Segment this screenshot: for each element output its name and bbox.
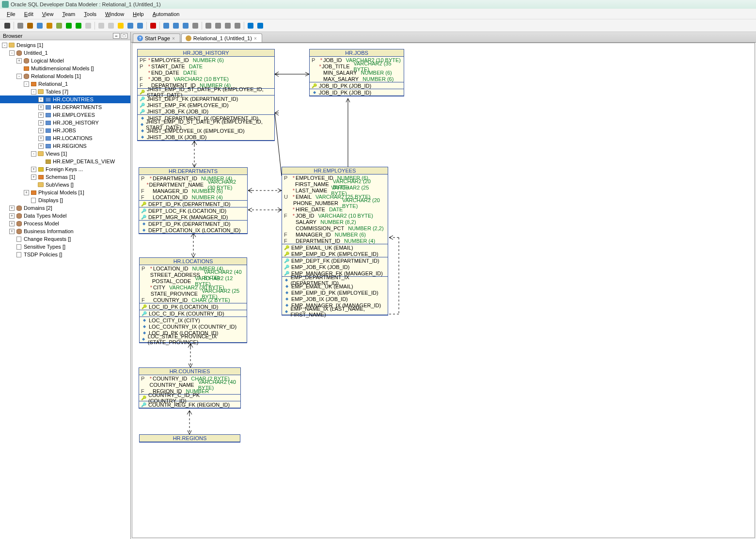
- browser-tree[interactable]: -Designs [1]-Untitled_1+Logical ModelMul…: [0, 40, 130, 539]
- idx-row[interactable]: EMP_NAME_IX (LAST_NAME, FIRST_NAME): [282, 308, 388, 315]
- idx-row[interactable]: LOC_COUNTRY_IX (COUNTRY_ID): [140, 323, 247, 330]
- idx-row[interactable]: DEPT_LOCATION_IX (LOCATION_ID): [139, 227, 247, 233]
- expand-icon[interactable]: +: [9, 213, 15, 219]
- column-row[interactable]: SALARYNUMBER (8,2): [282, 219, 388, 225]
- entity-employees[interactable]: HR.EMPLOYEESP*EMPLOYEE_IDNUMBER (6)FIRST…: [282, 167, 388, 316]
- pk-row[interactable]: LOC_ID_PK (LOCATION_ID): [140, 303, 247, 310]
- tree-node[interactable]: +HR.EMPLOYEES: [0, 111, 130, 119]
- menu-view[interactable]: View: [38, 10, 58, 18]
- collapse-icon[interactable]: -: [16, 74, 22, 79]
- save-icon[interactable]: [136, 21, 144, 30]
- grid-icon[interactable]: [16, 21, 25, 30]
- column-row[interactable]: PF*EMPLOYEE_IDNUMBER (6): [138, 57, 274, 63]
- idx-row[interactable]: JHIST_EMP_ID_ST_DATE_PK (EMPLOYEE_ID, ST…: [138, 121, 274, 127]
- collapse-icon[interactable]: -: [2, 43, 7, 48]
- entity-regions[interactable]: HR.REGIONS: [139, 434, 240, 443]
- tree-node[interactable]: -Relational Models [1]: [0, 72, 130, 80]
- entity-locations[interactable]: HR.LOCATIONSP*LOCATION_IDNUMBER (4)STREE…: [139, 257, 247, 343]
- tree-node[interactable]: +HR.COUNTRIES: [0, 95, 130, 103]
- column-row[interactable]: POSTAL_CODEVARCHAR2 (12 BYTE): [140, 278, 247, 284]
- menu-tools[interactable]: Tools: [80, 10, 100, 18]
- new-icon[interactable]: [116, 21, 125, 30]
- column-row[interactable]: FLOCATION_IDNUMBER (4): [139, 194, 247, 200]
- tree-node[interactable]: Sensitive Types []: [0, 243, 130, 251]
- column-row[interactable]: *DEPARTMENT_NAMEVARCHAR2 (30 BYTE): [139, 181, 247, 188]
- zoom-in-icon[interactable]: [172, 21, 180, 30]
- close-icon[interactable]: ×: [172, 36, 175, 41]
- tree-node[interactable]: HR.EMP_DETAILS_VIEW: [0, 158, 130, 165]
- column-row[interactable]: COMMISSION_PCTNUMBER (2,2): [282, 225, 388, 231]
- fk-row[interactable]: DEPT_LOC_FK (LOCATION_ID): [139, 207, 247, 214]
- idx-row[interactable]: LOC_STATE_PROVINCE_IX (STATE_PROVINCE): [140, 336, 247, 342]
- expand-icon[interactable]: +: [9, 206, 15, 211]
- column-row[interactable]: PHONE_NUMBERVARCHAR2 (20 BYTE): [282, 200, 388, 206]
- expand-icon[interactable]: +: [38, 128, 44, 133]
- pk-row[interactable]: EMP_EMP_ID_PK (EMPLOYEE_ID): [282, 251, 388, 257]
- pk-row[interactable]: JHIST_EMP_ID_ST_DATE_PK (EMPLOYEE_ID, ST…: [138, 89, 274, 95]
- expand-icon[interactable]: +: [9, 229, 15, 234]
- tree-node[interactable]: +Business Information: [0, 227, 130, 235]
- tree-node[interactable]: -Untitled_1: [0, 49, 130, 57]
- doc1-icon[interactable]: [84, 21, 93, 30]
- clip-icon[interactable]: [55, 21, 63, 30]
- entity-countries[interactable]: HR.COUNTRIESP*COUNTRY_IDCHAR (2 BYTE)COU…: [139, 367, 241, 409]
- tree-node[interactable]: +HR.REGIONS: [0, 142, 130, 150]
- doc3-icon[interactable]: [107, 21, 115, 30]
- cursor-icon[interactable]: [3, 21, 12, 30]
- column-row[interactable]: *LAST_NAMEVARCHAR2 (25 BYTE): [282, 187, 388, 193]
- expand-icon[interactable]: +: [38, 136, 44, 141]
- expand-icon[interactable]: +: [24, 190, 29, 195]
- pk-row[interactable]: JOB_ID_PK (JOB_ID): [310, 82, 404, 89]
- tree-node[interactable]: +Physical Models [1]: [0, 189, 130, 196]
- menu-file[interactable]: File: [3, 10, 19, 18]
- minimize-icon[interactable]: ‒: [113, 33, 120, 39]
- column-row[interactable]: STATE_PROVINCEVARCHAR2 (25 BYTE): [140, 290, 247, 297]
- delete-icon[interactable]: [149, 21, 158, 30]
- column-row[interactable]: FDEPARTMENT_IDNUMBER (4): [282, 238, 388, 244]
- expand-icon[interactable]: +: [38, 112, 44, 118]
- tree-node[interactable]: TSDP Policies []: [0, 251, 130, 258]
- menu-edit[interactable]: Edit: [20, 10, 37, 18]
- fk-row[interactable]: LOC_C_ID_FK (COUNTRY_ID): [140, 310, 247, 317]
- tree-node[interactable]: Displays []: [0, 196, 130, 204]
- tab[interactable]: ?Start Page×: [133, 33, 180, 42]
- expand-icon[interactable]: +: [38, 120, 44, 126]
- tree-node[interactable]: +Schemas [1]: [0, 173, 130, 181]
- expand-icon[interactable]: +: [31, 174, 36, 180]
- tree-node[interactable]: SubViews []: [0, 181, 130, 189]
- refresh-icon[interactable]: [64, 21, 73, 30]
- maximize-icon[interactable]: □: [121, 33, 127, 39]
- tree-node[interactable]: +HR.JOBS: [0, 127, 130, 134]
- sq1-icon[interactable]: [191, 21, 200, 30]
- tree-node[interactable]: +Logical Model: [0, 57, 130, 64]
- expand-icon[interactable]: +: [31, 167, 36, 172]
- collapse-icon[interactable]: -: [31, 89, 36, 95]
- collapse-icon[interactable]: -: [9, 50, 15, 56]
- idx-row[interactable]: DEPT_ID_PK (DEPARTMENT_ID): [139, 221, 247, 227]
- tree-node[interactable]: -Tables [7]: [0, 88, 130, 95]
- column-row[interactable]: *JOB_TITLEVARCHAR2 (35 BYTE): [310, 63, 404, 69]
- idx-row[interactable]: LOC_CITY_IX (CITY): [140, 317, 247, 323]
- prev-icon[interactable]: [246, 21, 255, 30]
- tree-node[interactable]: +HR.JOB_HISTORY: [0, 119, 130, 127]
- fit-icon[interactable]: [233, 21, 242, 30]
- column-row[interactable]: MIN_SALARYNUMBER (6): [310, 69, 404, 76]
- sq2-icon[interactable]: [204, 21, 213, 30]
- column-row[interactable]: *END_DATEDATE: [138, 69, 274, 76]
- menu-window[interactable]: Window: [101, 10, 128, 18]
- column-row[interactable]: P*START_DATEDATE: [138, 63, 274, 69]
- idx-row[interactable]: JOB_ID_PK (JOB_ID): [310, 89, 404, 95]
- menu-team[interactable]: Team: [58, 10, 79, 18]
- doc2-icon[interactable]: [97, 21, 106, 30]
- sq4-icon[interactable]: [223, 21, 232, 30]
- open-icon[interactable]: [126, 21, 135, 30]
- tab[interactable]: Relational_1 (Untitled_1)×: [181, 33, 262, 42]
- sq3-icon[interactable]: [214, 21, 222, 30]
- pk-row[interactable]: COUNTRY_C_ID_PK (COUNTRY_ID): [139, 395, 240, 401]
- tree-node[interactable]: +Process Model: [0, 220, 130, 227]
- idx-row[interactable]: JHIST_JOB_IX (JOB_ID): [138, 134, 274, 140]
- forward-icon[interactable]: [74, 21, 83, 30]
- column-row[interactable]: COUNTRY_NAMEVARCHAR2 (40 BYTE): [139, 381, 240, 388]
- diagram-canvas[interactable]: HR.JOB_HISTORYPF*EMPLOYEE_IDNUMBER (6)P*…: [132, 43, 755, 538]
- entity-jobs[interactable]: HR.JOBSP*JOB_IDVARCHAR2 (10 BYTE)*JOB_TI…: [309, 49, 404, 96]
